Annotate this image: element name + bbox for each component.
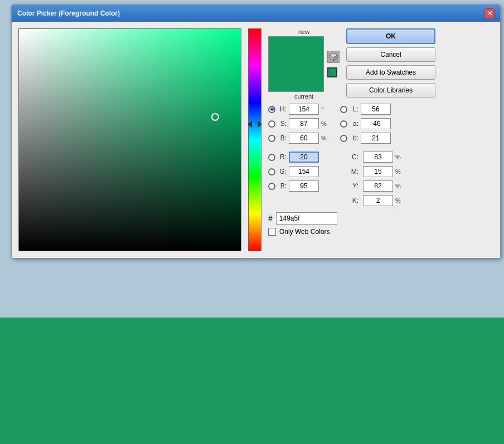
- brightness-row: B: %: [268, 132, 329, 144]
- brightness-label: B:: [278, 134, 287, 142]
- color-preview-stack: [268, 36, 324, 92]
- brightness-unit: %: [321, 135, 329, 142]
- blue-row: B:: [268, 180, 329, 192]
- magenta-input[interactable]: [363, 166, 393, 177]
- web-colors-label: Only Web Colors: [279, 228, 329, 236]
- web-colors-area: Only Web Colors: [268, 228, 435, 236]
- title-bar: Color Picker (Foreground Color) ✕: [12, 5, 500, 22]
- magenta-row: M: %: [340, 165, 403, 178]
- saturation-label: S:: [278, 120, 287, 128]
- new-label: new: [268, 28, 340, 35]
- cyan-input[interactable]: [363, 152, 393, 163]
- cube-icon: [327, 51, 340, 63]
- black-unit: %: [395, 197, 403, 204]
- hsb-rgb-column: H: ° S: % B:: [268, 103, 329, 207]
- lab-l-radio[interactable]: [340, 106, 347, 113]
- black-input[interactable]: [363, 195, 393, 206]
- cancel-button[interactable]: Cancel: [346, 47, 435, 62]
- red-input[interactable]: [289, 152, 319, 163]
- dialog-content: new: [12, 22, 500, 258]
- buttons-area: OK Cancel Add to Swatches Color Librarie…: [346, 28, 435, 97]
- lab-cmyk-column: L: a: b:: [340, 103, 403, 207]
- blue-input[interactable]: [289, 180, 319, 192]
- web-colors-checkbox[interactable]: [268, 228, 276, 236]
- saturation-input[interactable]: [289, 118, 319, 129]
- hue-input[interactable]: [289, 104, 319, 115]
- lab-b-radio[interactable]: [340, 135, 347, 142]
- close-button[interactable]: ✕: [484, 8, 495, 18]
- color-preview-section: new: [268, 28, 340, 100]
- magenta-unit: %: [395, 168, 403, 175]
- lab-b-input[interactable]: [361, 133, 391, 144]
- preview-current-color[interactable]: [268, 64, 324, 92]
- hex-area: #: [268, 212, 435, 225]
- hex-input[interactable]: [276, 212, 337, 225]
- saturation-row: S: %: [268, 118, 329, 130]
- cyan-row: C: %: [340, 151, 403, 163]
- color-saturation-brightness-field[interactable]: [18, 28, 241, 251]
- hue-row: H: °: [268, 103, 329, 115]
- brightness-radio[interactable]: [268, 135, 275, 142]
- blue-label: B:: [278, 182, 287, 190]
- lab-a-label: a:: [350, 120, 358, 128]
- lab-b-row: b:: [340, 132, 403, 144]
- hue-arrow-left: [248, 121, 252, 128]
- color-libraries-button[interactable]: Color Libraries: [346, 83, 435, 97]
- hue-arrow-right: [258, 121, 262, 128]
- color-picker-dialog: Color Picker (Foreground Color) ✕: [11, 4, 501, 258]
- hue-radio[interactable]: [268, 106, 275, 113]
- preview-new-color[interactable]: [268, 36, 324, 64]
- brightness-input[interactable]: [289, 133, 319, 144]
- lab-a-row: a:: [340, 118, 403, 130]
- dialog-title: Color Picker (Foreground Color): [17, 9, 120, 17]
- yellow-input[interactable]: [363, 180, 393, 192]
- hex-hash: #: [268, 214, 273, 223]
- yellow-label: Y:: [350, 182, 358, 190]
- blue-radio[interactable]: [268, 183, 275, 190]
- hue-slider-container[interactable]: [247, 28, 263, 251]
- ok-button[interactable]: OK: [346, 28, 435, 44]
- add-to-swatches-button[interactable]: Add to Swatches: [346, 65, 435, 80]
- cyan-unit: %: [395, 154, 403, 160]
- saturation-radio[interactable]: [268, 120, 275, 128]
- preview-icons-area: [327, 51, 340, 77]
- black-row: K: %: [340, 194, 403, 207]
- green-row: G:: [268, 165, 329, 178]
- right-panel: new: [268, 28, 435, 251]
- saturation-unit: %: [321, 120, 329, 127]
- color-square-icon: [327, 67, 337, 77]
- hue-label: H:: [278, 105, 287, 113]
- current-label: current: [268, 93, 340, 100]
- green-input[interactable]: [289, 166, 319, 177]
- black-label: K:: [350, 197, 358, 204]
- hue-unit: °: [321, 106, 329, 113]
- lab-l-input[interactable]: [361, 104, 391, 115]
- red-row: R:: [268, 151, 329, 163]
- red-radio[interactable]: [268, 154, 275, 161]
- lab-b-label: b:: [350, 134, 358, 142]
- cyan-label: C:: [350, 153, 358, 161]
- color-field-black-overlay: [19, 29, 241, 251]
- lab-a-radio[interactable]: [340, 120, 347, 128]
- yellow-row: Y: %: [340, 180, 403, 192]
- lab-l-label: L:: [350, 105, 358, 113]
- lab-a-input[interactable]: [361, 118, 391, 129]
- lab-l-row: L:: [340, 103, 403, 115]
- hue-slider[interactable]: [248, 28, 261, 251]
- red-label: R:: [278, 153, 287, 161]
- green-radio[interactable]: [268, 168, 275, 175]
- color-field-container[interactable]: [18, 28, 241, 251]
- green-label: G:: [278, 168, 287, 175]
- magenta-label: M:: [350, 168, 358, 175]
- values-section: H: ° S: % B:: [268, 103, 435, 207]
- yellow-unit: %: [395, 183, 403, 189]
- cube-svg: [329, 52, 338, 61]
- close-icon: ✕: [487, 10, 492, 17]
